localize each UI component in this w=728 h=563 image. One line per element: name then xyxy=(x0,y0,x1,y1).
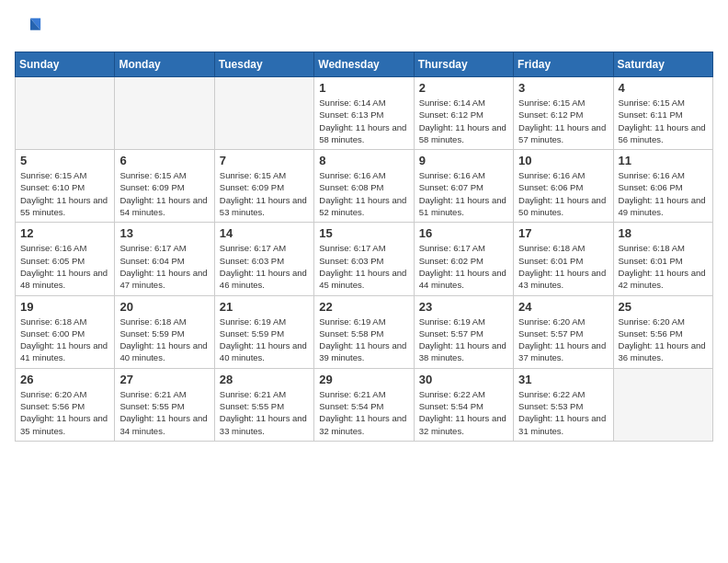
day-info: Sunrise: 6:18 AM Sunset: 6:00 PM Dayligh… xyxy=(20,316,109,364)
day-number: 31 xyxy=(518,373,608,386)
calendar-cell xyxy=(613,368,712,441)
day-info: Sunrise: 6:16 AM Sunset: 6:08 PM Dayligh… xyxy=(319,169,408,218)
day-number: 25 xyxy=(619,300,708,314)
calendar-week-row: 5Sunrise: 6:15 AM Sunset: 6:10 PM Daylig… xyxy=(16,150,713,223)
day-number: 28 xyxy=(220,373,309,386)
day-number: 22 xyxy=(319,300,408,314)
day-number: 7 xyxy=(220,154,309,167)
calendar-table: SundayMondayTuesdayWednesdayThursdayFrid… xyxy=(15,52,713,442)
calendar-cell: 14Sunrise: 6:17 AM Sunset: 6:03 PM Dayli… xyxy=(214,223,313,295)
calendar-cell: 27Sunrise: 6:21 AM Sunset: 5:55 PM Dayli… xyxy=(115,368,214,441)
day-info: Sunrise: 6:19 AM Sunset: 5:59 PM Dayligh… xyxy=(220,316,309,364)
day-info: Sunrise: 6:19 AM Sunset: 5:58 PM Dayligh… xyxy=(319,316,408,364)
day-number: 8 xyxy=(319,154,408,167)
day-number: 21 xyxy=(220,300,309,314)
calendar-cell: 6Sunrise: 6:15 AM Sunset: 6:09 PM Daylig… xyxy=(115,150,214,223)
day-info: Sunrise: 6:20 AM Sunset: 5:57 PM Dayligh… xyxy=(518,316,608,364)
day-info: Sunrise: 6:19 AM Sunset: 5:57 PM Dayligh… xyxy=(419,316,508,364)
calendar-cell: 1Sunrise: 6:14 AM Sunset: 6:13 PM Daylig… xyxy=(314,77,414,150)
day-number: 11 xyxy=(619,154,708,167)
calendar-cell: 20Sunrise: 6:18 AM Sunset: 5:59 PM Dayli… xyxy=(115,295,214,368)
day-number: 2 xyxy=(419,81,508,95)
day-info: Sunrise: 6:17 AM Sunset: 6:04 PM Dayligh… xyxy=(119,242,209,291)
day-info: Sunrise: 6:21 AM Sunset: 5:54 PM Dayligh… xyxy=(319,388,408,437)
day-header-tuesday: Tuesday xyxy=(214,52,313,77)
calendar-cell: 11Sunrise: 6:16 AM Sunset: 6:06 PM Dayli… xyxy=(613,150,712,223)
day-info: Sunrise: 6:15 AM Sunset: 6:11 PM Dayligh… xyxy=(619,97,708,145)
calendar-cell: 28Sunrise: 6:21 AM Sunset: 5:55 PM Dayli… xyxy=(214,368,313,441)
day-number: 23 xyxy=(419,300,508,314)
day-number: 15 xyxy=(319,226,408,240)
day-number: 4 xyxy=(619,81,708,95)
calendar-week-row: 26Sunrise: 6:20 AM Sunset: 5:56 PM Dayli… xyxy=(16,368,713,441)
day-number: 3 xyxy=(518,81,608,95)
day-info: Sunrise: 6:17 AM Sunset: 6:03 PM Dayligh… xyxy=(319,242,408,291)
day-header-thursday: Thursday xyxy=(414,52,513,77)
day-info: Sunrise: 6:21 AM Sunset: 5:55 PM Dayligh… xyxy=(119,388,209,437)
calendar-cell: 16Sunrise: 6:17 AM Sunset: 6:02 PM Dayli… xyxy=(414,223,513,295)
day-number: 18 xyxy=(619,226,708,240)
page-header xyxy=(15,15,713,40)
calendar-cell xyxy=(115,77,214,150)
day-info: Sunrise: 6:21 AM Sunset: 5:55 PM Dayligh… xyxy=(220,388,309,437)
calendar-cell: 29Sunrise: 6:21 AM Sunset: 5:54 PM Dayli… xyxy=(314,368,414,441)
calendar-cell: 8Sunrise: 6:16 AM Sunset: 6:08 PM Daylig… xyxy=(314,150,414,223)
calendar-cell: 24Sunrise: 6:20 AM Sunset: 5:57 PM Dayli… xyxy=(514,295,613,368)
day-info: Sunrise: 6:14 AM Sunset: 6:12 PM Dayligh… xyxy=(419,97,508,145)
calendar-cell: 30Sunrise: 6:22 AM Sunset: 5:54 PM Dayli… xyxy=(414,368,513,441)
calendar-cell: 26Sunrise: 6:20 AM Sunset: 5:56 PM Dayli… xyxy=(16,368,115,441)
day-header-sunday: Sunday xyxy=(16,52,115,77)
day-number: 14 xyxy=(220,226,309,240)
day-info: Sunrise: 6:20 AM Sunset: 5:56 PM Dayligh… xyxy=(20,388,109,437)
calendar-cell: 25Sunrise: 6:20 AM Sunset: 5:56 PM Dayli… xyxy=(613,295,712,368)
day-number: 17 xyxy=(518,226,608,240)
day-info: Sunrise: 6:14 AM Sunset: 6:13 PM Dayligh… xyxy=(319,97,408,145)
day-info: Sunrise: 6:16 AM Sunset: 6:05 PM Dayligh… xyxy=(20,242,109,291)
day-number: 19 xyxy=(20,300,109,314)
calendar-cell xyxy=(16,77,115,150)
day-number: 27 xyxy=(119,373,209,386)
day-info: Sunrise: 6:20 AM Sunset: 5:56 PM Dayligh… xyxy=(619,316,708,364)
day-info: Sunrise: 6:16 AM Sunset: 6:06 PM Dayligh… xyxy=(619,169,708,218)
calendar-cell: 9Sunrise: 6:16 AM Sunset: 6:07 PM Daylig… xyxy=(414,150,513,223)
day-number: 26 xyxy=(20,373,109,386)
day-info: Sunrise: 6:18 AM Sunset: 6:01 PM Dayligh… xyxy=(619,242,708,291)
day-number: 9 xyxy=(419,154,508,167)
day-header-monday: Monday xyxy=(115,52,214,77)
day-info: Sunrise: 6:15 AM Sunset: 6:10 PM Dayligh… xyxy=(20,169,109,218)
logo xyxy=(15,15,42,40)
day-number: 10 xyxy=(518,154,608,167)
calendar-week-row: 12Sunrise: 6:16 AM Sunset: 6:05 PM Dayli… xyxy=(16,223,713,295)
day-info: Sunrise: 6:15 AM Sunset: 6:09 PM Dayligh… xyxy=(119,169,209,218)
calendar-week-row: 1Sunrise: 6:14 AM Sunset: 6:13 PM Daylig… xyxy=(16,77,713,150)
calendar-cell: 10Sunrise: 6:16 AM Sunset: 6:06 PM Dayli… xyxy=(514,150,613,223)
day-number: 13 xyxy=(119,226,209,240)
day-number: 30 xyxy=(419,373,508,386)
day-header-friday: Friday xyxy=(514,52,613,77)
day-number: 29 xyxy=(319,373,408,386)
logo-icon xyxy=(17,15,42,40)
calendar-cell: 18Sunrise: 6:18 AM Sunset: 6:01 PM Dayli… xyxy=(613,223,712,295)
calendar-cell xyxy=(214,77,313,150)
calendar-cell: 13Sunrise: 6:17 AM Sunset: 6:04 PM Dayli… xyxy=(115,223,214,295)
calendar-cell: 5Sunrise: 6:15 AM Sunset: 6:10 PM Daylig… xyxy=(16,150,115,223)
day-info: Sunrise: 6:15 AM Sunset: 6:09 PM Dayligh… xyxy=(220,169,309,218)
day-info: Sunrise: 6:15 AM Sunset: 6:12 PM Dayligh… xyxy=(518,97,608,145)
calendar-cell: 3Sunrise: 6:15 AM Sunset: 6:12 PM Daylig… xyxy=(514,77,613,150)
day-info: Sunrise: 6:22 AM Sunset: 5:53 PM Dayligh… xyxy=(518,388,608,437)
day-info: Sunrise: 6:16 AM Sunset: 6:06 PM Dayligh… xyxy=(518,169,608,218)
day-info: Sunrise: 6:17 AM Sunset: 6:02 PM Dayligh… xyxy=(419,242,508,291)
day-number: 1 xyxy=(319,81,408,95)
calendar-cell: 21Sunrise: 6:19 AM Sunset: 5:59 PM Dayli… xyxy=(214,295,313,368)
day-number: 20 xyxy=(119,300,209,314)
calendar-cell: 31Sunrise: 6:22 AM Sunset: 5:53 PM Dayli… xyxy=(514,368,613,441)
day-number: 6 xyxy=(119,154,209,167)
calendar-cell: 23Sunrise: 6:19 AM Sunset: 5:57 PM Dayli… xyxy=(414,295,513,368)
calendar-cell: 17Sunrise: 6:18 AM Sunset: 6:01 PM Dayli… xyxy=(514,223,613,295)
day-number: 12 xyxy=(20,226,109,240)
calendar-cell: 7Sunrise: 6:15 AM Sunset: 6:09 PM Daylig… xyxy=(214,150,313,223)
day-info: Sunrise: 6:18 AM Sunset: 5:59 PM Dayligh… xyxy=(119,316,209,364)
calendar-week-row: 19Sunrise: 6:18 AM Sunset: 6:00 PM Dayli… xyxy=(16,295,713,368)
day-number: 16 xyxy=(419,226,508,240)
day-header-saturday: Saturday xyxy=(613,52,712,77)
